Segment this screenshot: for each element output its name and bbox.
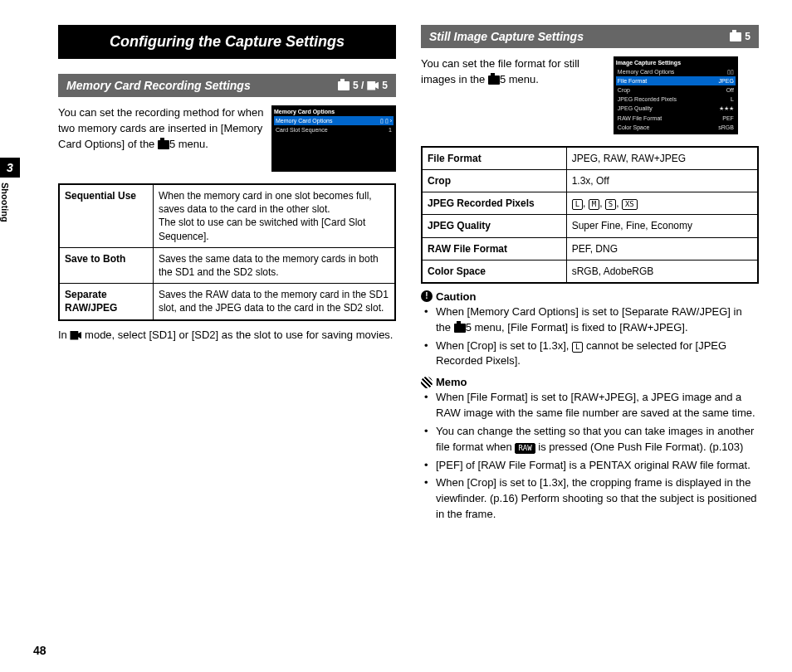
- memo-list: When [File Format] is set to [RAW+JPEG],…: [421, 390, 759, 523]
- chapter-number: 3: [0, 158, 20, 178]
- list-item: When [Crop] is set to [1.3x], the croppi…: [433, 475, 759, 523]
- chapter-title: Configuring the Capture Settings: [58, 25, 396, 59]
- manual-page: 3 Shooting Configuring the Capture Setti…: [0, 0, 792, 672]
- section-title: Still Image Capture Settings: [429, 30, 584, 43]
- memo-heading: Memo: [421, 376, 759, 388]
- intro-text: You can set the recording method for whe…: [58, 105, 265, 153]
- section-bar-memory: Memory Card Recording Settings 5 / 5: [58, 74, 396, 97]
- menu-screenshot-memory: Memory Card Options Memory Card Options▯…: [271, 105, 396, 172]
- list-item: When [File Format] is set to [RAW+JPEG],…: [433, 390, 759, 421]
- list-item: When [Crop] is set to [1.3x], L cannot b…: [433, 338, 759, 370]
- caution-icon: !: [421, 290, 433, 302]
- memory-options-table: Sequential UseWhen the memory card in on…: [58, 183, 396, 321]
- chapter-tab: 3 Shooting: [0, 158, 20, 249]
- section-title: Memory Card Recording Settings: [66, 79, 251, 92]
- chapter-label: Shooting: [0, 178, 10, 244]
- list-item: [PEF] of [RAW File Format] is a PENTAX o…: [433, 458, 759, 474]
- capture-settings-table: File FormatJPEG, RAW, RAW+JPEG Crop1.3x,…: [421, 146, 759, 284]
- camera-icon: [730, 32, 741, 41]
- caution-heading: !Caution: [421, 290, 759, 303]
- intro-text: You can set the file format for still im…: [421, 56, 607, 88]
- pixel-sizes: L, M, S, XS: [566, 192, 758, 215]
- list-item: You can change the setting so that you c…: [433, 424, 759, 455]
- page-number: 48: [33, 644, 46, 657]
- list-item: When [Memory Card Options] is set to [Se…: [433, 304, 759, 336]
- section-bar-still: Still Image Capture Settings 5: [421, 25, 759, 48]
- left-column: Configuring the Capture Settings Memory …: [58, 25, 396, 672]
- right-column: Still Image Capture Settings 5 You can s…: [421, 25, 759, 672]
- camera-icon: [158, 140, 169, 149]
- caution-list: When [Memory Card Options] is set to [Se…: [421, 304, 759, 369]
- section-menu-ref: 5: [730, 31, 750, 42]
- memo-icon: [421, 377, 433, 388]
- menu-screenshot-capture: Image Capture Settings Memory Card Optio…: [614, 56, 738, 134]
- camera-icon: [488, 75, 500, 85]
- camera-icon: [454, 324, 466, 333]
- movie-slot-note: In mode, select [SD1] or [SD2] as the sl…: [58, 328, 396, 343]
- movie-icon: [70, 331, 81, 340]
- camera-icon: [338, 81, 350, 90]
- section-menu-ref: 5 / 5: [338, 80, 388, 91]
- movie-icon: [367, 81, 379, 90]
